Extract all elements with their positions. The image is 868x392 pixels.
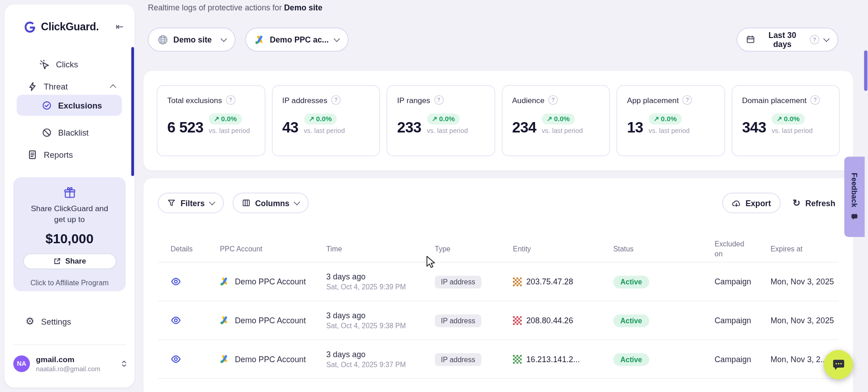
date-range-selector[interactable]: Last 30 days ?	[737, 28, 838, 52]
stat-card-ip-addresses: IP addresses? 43 ↗0.0% vs. last period	[272, 85, 380, 156]
sidebar-item-label: Blacklist	[58, 128, 89, 137]
identicon	[513, 316, 522, 325]
col-header-status: Status	[613, 245, 715, 253]
page-scrollbar-thumb[interactable]	[864, 50, 867, 90]
sidebar-item-label: Settings	[41, 316, 71, 326]
stat-delta-badge: ↗0.0%	[209, 113, 242, 124]
row-type-badge: IP address	[435, 353, 481, 366]
row-time-absolute: Sat, Oct 4, 2025 9:38 PM	[326, 321, 406, 330]
help-icon[interactable]: ?	[434, 95, 444, 105]
stat-label: Audience	[512, 95, 545, 104]
stat-delta-badge: ↗0.0%	[649, 113, 682, 124]
row-status-badge: Active	[613, 353, 650, 366]
chevron-down-icon	[221, 36, 227, 42]
promo-amount: $10,000	[46, 231, 94, 246]
row-excluded-on: Campaign	[715, 277, 771, 286]
sidebar-item-exclusions[interactable]: Exclusions	[17, 94, 122, 116]
row-account: Demo PPC Account	[235, 277, 306, 286]
ppc-selector-value: Demo PPC ac...	[270, 35, 328, 44]
table-toolbar: Filters Columns Export ↻ Refresh	[158, 193, 839, 213]
row-entity: 208.80.44.26	[526, 316, 573, 325]
lightning-icon	[28, 82, 37, 91]
external-link-icon	[53, 257, 61, 265]
stat-value: 6 523	[167, 120, 204, 135]
identicon	[513, 277, 522, 286]
chat-launcher-button[interactable]	[824, 350, 853, 379]
document-icon	[28, 150, 37, 159]
row-time-relative: 3 days ago	[326, 311, 365, 320]
help-icon[interactable]: ?	[548, 95, 558, 105]
row-expires-at: Mon, Nov 3, 2025	[770, 316, 839, 325]
row-type-badge: IP address	[435, 275, 481, 288]
funnel-icon	[167, 199, 175, 207]
chevron-down-icon	[334, 36, 340, 42]
row-account: Demo PPC Account	[235, 354, 306, 364]
trend-up-icon: ↗	[777, 116, 782, 123]
filters-label: Filters	[180, 198, 204, 208]
col-header-expires-at: Expires at	[770, 245, 839, 253]
refresh-button[interactable]: ↻ Refresh	[789, 193, 839, 213]
stat-label: Total exclusions	[167, 95, 222, 104]
row-time-relative: 3 days ago	[326, 272, 365, 281]
calendar-icon	[746, 35, 755, 44]
row-details-button[interactable]	[171, 312, 187, 329]
row-status-badge: Active	[613, 314, 650, 327]
account-name: gmail.com	[36, 355, 100, 364]
help-icon[interactable]: ?	[683, 95, 692, 105]
account-menu[interactable]: NA gmail.com naatali.ro@gmail.com	[13, 355, 128, 373]
sidebar-item-threat[interactable]: Threat	[28, 77, 115, 95]
stat-caption: vs. last period	[304, 127, 345, 134]
row-excluded-on: Campaign	[715, 354, 771, 364]
row-status-badge: Active	[613, 275, 650, 288]
trend-up-icon: ↗	[432, 116, 437, 123]
feedback-tab[interactable]: Feedback	[844, 157, 864, 237]
columns-label: Columns	[255, 198, 289, 208]
help-icon[interactable]: ?	[810, 35, 819, 44]
filters-button[interactable]: Filters	[158, 193, 223, 213]
trend-up-icon: ↗	[547, 116, 552, 123]
ban-icon	[42, 128, 52, 137]
row-details-button[interactable]	[171, 351, 187, 368]
stat-delta-value: 0.0%	[316, 115, 332, 123]
subtitle-site-name: Demo site	[284, 3, 323, 12]
cloud-download-icon	[732, 198, 741, 208]
stat-delta-value: 0.0%	[221, 115, 237, 123]
stat-value: 233	[397, 120, 421, 135]
ppc-account-selector[interactable]: Demo PPC ac...	[246, 28, 349, 52]
refresh-icon: ↻	[792, 198, 800, 208]
table-row: Demo PPC Account 3 days agoSat, Oct 4, 2…	[158, 340, 839, 379]
help-icon[interactable]: ?	[331, 95, 341, 105]
row-excluded-on: Campaign	[715, 316, 771, 325]
chevron-up-icon	[110, 85, 116, 91]
stat-delta-badge: ↗0.0%	[542, 113, 575, 124]
help-icon[interactable]: ?	[226, 95, 235, 105]
sidebar-divider	[13, 345, 126, 345]
chevron-down-icon	[823, 36, 830, 42]
site-selector[interactable]: Demo site	[148, 28, 235, 52]
stat-label: IP addresses	[282, 95, 327, 104]
feedback-bubble-icon	[851, 213, 858, 221]
affiliate-program-link[interactable]: Click to Affiliate Program	[30, 279, 109, 287]
subtitle-text: Realtime logs of protective actions for	[148, 3, 282, 12]
col-header-details: Details	[171, 245, 220, 253]
row-details-button[interactable]	[171, 273, 187, 290]
page-canvas: ClickGuard. ⇤ Clicks Threat Exclusions B…	[0, 0, 868, 392]
stat-delta-badge: ↗0.0%	[304, 113, 337, 124]
gear-icon: ⚙	[25, 316, 34, 326]
stat-value: 343	[742, 120, 766, 135]
share-button[interactable]: Share	[23, 254, 116, 269]
collapse-sidebar-button[interactable]: ⇤	[114, 20, 124, 34]
stat-delta-value: 0.0%	[661, 115, 677, 123]
columns-button[interactable]: Columns	[232, 193, 308, 213]
sidebar-scrollbar-thumb[interactable]	[131, 47, 134, 176]
google-ads-icon	[220, 277, 229, 286]
sidebar-item-clicks[interactable]: Clicks	[40, 55, 78, 73]
sidebar-item-blacklist[interactable]: Blacklist	[42, 123, 89, 142]
row-time-relative: 3 days ago	[326, 349, 365, 359]
eye-icon	[171, 276, 181, 287]
help-icon[interactable]: ?	[811, 95, 820, 105]
sidebar-item-settings[interactable]: ⚙ Settings	[25, 312, 71, 330]
stat-value: 234	[512, 120, 536, 135]
sidebar-item-reports[interactable]: Reports	[28, 146, 73, 163]
export-button[interactable]: Export	[722, 193, 780, 213]
